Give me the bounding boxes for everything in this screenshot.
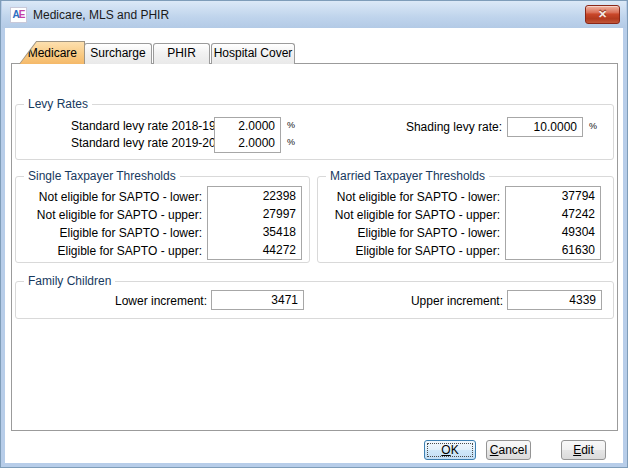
- app-icon-letter-e: E: [19, 9, 25, 20]
- married-threshold-values: 37794 47242 49304 61630: [505, 186, 601, 260]
- tab-surcharge[interactable]: Surcharge: [84, 43, 152, 64]
- levy-rate-values: 2.0000 2.0000: [214, 117, 281, 153]
- group-single-thresholds: Single Taxpayer Thresholds Not eligible …: [15, 176, 310, 263]
- edit-button[interactable]: Edit: [561, 440, 606, 460]
- input-single-not-eligible-lower[interactable]: 22398: [208, 187, 301, 205]
- group-family-children-title: Family Children: [24, 274, 115, 288]
- ok-button-label: OK: [425, 441, 475, 459]
- input-standard-levy-2018-19[interactable]: 2.0000: [215, 118, 280, 135]
- percent-label: %: [287, 137, 295, 147]
- dialog-window: AE Medicare, MLS and PHIR ✕ Medicare Sur…: [0, 0, 628, 468]
- dialog-client-area: Medicare Surcharge PHIR Hospital Cover L…: [5, 28, 623, 463]
- titlebar[interactable]: AE Medicare, MLS and PHIR: [2, 1, 626, 28]
- input-single-not-eligible-upper[interactable]: 27997: [208, 205, 301, 223]
- label-married-not-eligible-lower: Not eligible for SAPTO - lower:: [334, 188, 500, 206]
- input-married-eligible-upper[interactable]: 61630: [506, 241, 600, 259]
- cancel-button-label: Cancel: [487, 441, 530, 459]
- group-married-thresholds-title: Married Taxpayer Thresholds: [326, 169, 489, 183]
- tab-phir[interactable]: PHIR: [153, 43, 210, 64]
- input-standard-levy-2019-20[interactable]: 2.0000: [215, 135, 280, 152]
- label-upper-increment: Upper increment:: [363, 291, 503, 311]
- label-single-not-eligible-upper: Not eligible for SAPTO - upper:: [36, 206, 202, 224]
- tab-medicare-label: Medicare: [20, 42, 84, 64]
- percent-label: %: [287, 120, 295, 130]
- label-standard-levy-2018-19: Standard levy rate 2018-19:: [56, 118, 219, 135]
- group-single-thresholds-title: Single Taxpayer Thresholds: [24, 169, 180, 183]
- input-married-not-eligible-lower[interactable]: 37794: [506, 187, 600, 205]
- group-levy-rates: Levy Rates Standard levy rate 2018-19: S…: [15, 104, 614, 160]
- ok-button[interactable]: OK: [424, 440, 476, 460]
- app-icon[interactable]: AE: [10, 7, 27, 23]
- input-shading-levy-rate[interactable]: 10.0000: [507, 117, 583, 137]
- input-single-eligible-upper[interactable]: 44272: [208, 241, 301, 259]
- group-married-thresholds: Married Taxpayer Thresholds Not eligible…: [317, 176, 614, 263]
- label-shading-levy-rate: Shading levy rate:: [382, 119, 502, 136]
- label-single-not-eligible-lower: Not eligible for SAPTO - lower:: [36, 188, 202, 206]
- label-married-eligible-lower: Eligible for SAPTO - lower:: [334, 224, 500, 242]
- input-married-not-eligible-upper[interactable]: 47242: [506, 205, 600, 223]
- cancel-button[interactable]: Cancel: [486, 440, 531, 460]
- tab-hospital-cover[interactable]: Hospital Cover: [211, 43, 295, 64]
- label-standard-levy-2019-20: Standard levy rate 2019-20:: [56, 135, 219, 152]
- tab-medicare[interactable]: Medicare: [19, 41, 85, 64]
- input-upper-increment[interactable]: 4339: [507, 290, 602, 310]
- label-married-eligible-upper: Eligible for SAPTO - upper:: [334, 242, 500, 260]
- close-button[interactable]: ✕: [585, 5, 620, 24]
- single-threshold-values: 22398 27997 35418 44272: [207, 186, 302, 260]
- input-married-eligible-lower[interactable]: 49304: [506, 223, 600, 241]
- input-lower-increment[interactable]: 3471: [211, 290, 304, 310]
- label-single-eligible-lower: Eligible for SAPTO - lower:: [36, 224, 202, 242]
- edit-button-label: Edit: [562, 441, 605, 459]
- percent-label: %: [589, 121, 597, 131]
- window-title: Medicare, MLS and PHIR: [33, 8, 169, 22]
- close-icon: ✕: [598, 8, 607, 20]
- input-single-eligible-lower[interactable]: 35418: [208, 223, 301, 241]
- group-levy-rates-title: Levy Rates: [24, 97, 92, 111]
- label-single-eligible-upper: Eligible for SAPTO - upper:: [36, 242, 202, 260]
- label-married-not-eligible-upper: Not eligible for SAPTO - upper:: [334, 206, 500, 224]
- label-lower-increment: Lower increment:: [67, 291, 207, 311]
- group-family-children: Family Children Lower increment: 3471 Up…: [15, 281, 614, 319]
